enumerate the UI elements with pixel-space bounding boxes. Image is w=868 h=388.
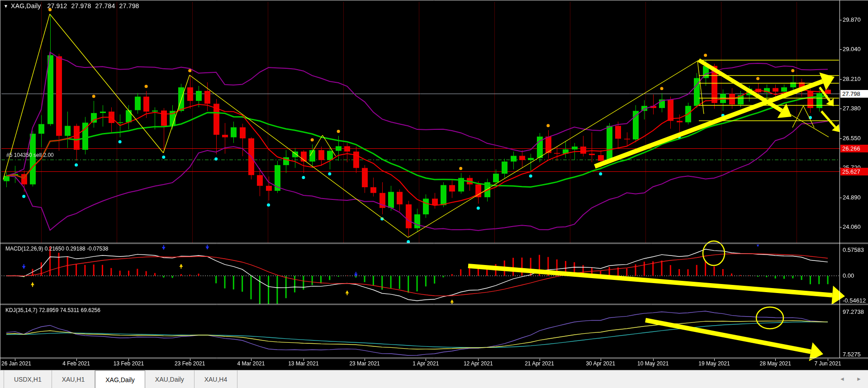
price-axis-label: 26.550 [843, 135, 861, 142]
current-price-tag: 27.798 [840, 90, 868, 98]
tab-usdx-h1[interactable]: USDX,H1 [4, 370, 52, 388]
tab-xag-daily[interactable]: XAG,Daily [95, 370, 145, 388]
date-axis-label: 4 Mar 2021 [237, 360, 265, 367]
date-axis-label: 28 May 2021 [759, 360, 791, 367]
date-axis-label: 10 May 2021 [637, 360, 669, 367]
date-axis-label: 7 Jun 2021 [814, 360, 841, 367]
macd-axis-zero: 0.00 [843, 272, 854, 279]
quote-close: 27.798 [119, 2, 139, 9]
price-axis-label: 29.040 [843, 46, 861, 52]
price-axis-label: 24.890 [843, 194, 861, 201]
tab-xau-h4[interactable]: XAU,H4 [194, 370, 238, 388]
date-axis-label: 12 Apr 2021 [464, 360, 493, 367]
kdj-indicator-label: KDJ(35,14,7) 72.8959 74.5311 69.6256 [5, 307, 100, 313]
chart-tab-bar: USDX,H1 XAU,H1 XAG,Daily XAU,Daily XAU,H… [0, 370, 868, 388]
date-axis-label: 21 Apr 2021 [525, 360, 554, 367]
quote-header[interactable]: ▼XAG,Daily27.91227.97827.78427.798 [4, 2, 143, 9]
tab-xau-h1[interactable]: XAU,H1 [52, 370, 95, 388]
date-axis-label: 4 Feb 2021 [62, 360, 90, 367]
chart-canvas[interactable] [0, 0, 868, 388]
tab-scroll-right-icon[interactable]: ► [856, 376, 862, 382]
symbol-timeframe-label: XAG,Daily [11, 2, 41, 9]
price-axis-label: 29.870 [843, 16, 861, 23]
date-axis-label: 19 May 2021 [698, 360, 730, 367]
date-axis-label: 13 Feb 2021 [114, 360, 144, 367]
date-axis-label: 26 Jan 2021 [1, 360, 31, 367]
kdj-axis-top: 97.2738 [843, 308, 864, 315]
kdj-axis-bottom: 7.5275 [843, 351, 861, 358]
price-axis[interactable] [840, 0, 868, 358]
quote-high: 27.978 [71, 2, 91, 9]
tab-xau-daily[interactable]: XAU,Daily [145, 370, 194, 388]
price-axis-label: 24.060 [843, 223, 861, 230]
date-axis-label: 23 Mar 2021 [349, 360, 379, 367]
date-axis-label: 23 Feb 2021 [175, 360, 205, 367]
tab-scroll-left-icon[interactable]: ◄ [840, 376, 845, 382]
macd-indicator-label: MACD(12,26,9) 0.21650 0.29188 -0.07538 [5, 246, 109, 252]
date-axis-label: 13 Mar 2021 [288, 360, 318, 367]
price-axis-label: 27.380 [843, 105, 861, 112]
mt4-chart-window: ▼XAG,Daily27.91227.97827.78427.798 #5 10… [0, 0, 868, 388]
quote-low: 27.784 [95, 2, 115, 9]
price-axis-label: 28.210 [843, 76, 861, 82]
price-level-tag: 26.266 [840, 145, 868, 152]
quote-open: 27.912 [47, 2, 67, 9]
dropdown-triangle-icon[interactable]: ▼ [4, 4, 8, 9]
open-order-label: #5 104350 sell 2.00 [6, 152, 54, 158]
date-axis-label: 30 Apr 2021 [586, 360, 615, 367]
macd-axis-min: -0.54612 [843, 297, 866, 304]
price-level-tag: 25.627 [840, 168, 868, 175]
macd-axis-max: 0.57583 [843, 246, 864, 253]
date-axis-label: 1 Apr 2021 [413, 360, 439, 367]
